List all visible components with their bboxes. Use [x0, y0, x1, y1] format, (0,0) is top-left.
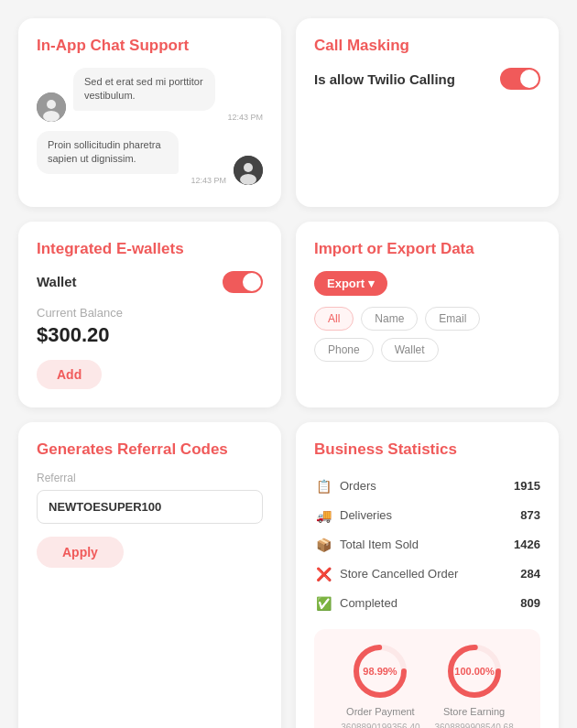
donut-chart: 98.99%	[351, 642, 409, 701]
chart-label: Order Payment	[346, 706, 415, 717]
svg-text:98.99%: 98.99%	[364, 666, 398, 677]
stat-icon: 📦	[314, 536, 332, 554]
referral-title: Generates Referral Codes	[37, 440, 263, 459]
stat-row: 📋 Orders 1915	[314, 472, 540, 501]
chat-support-card: In-App Chat Support Sed et erat sed mi p…	[18, 18, 281, 207]
stat-left: 📋 Orders	[314, 477, 376, 495]
stat-label: Orders	[340, 479, 376, 493]
stat-value: 873	[520, 508, 540, 522]
export-button[interactable]: Export ▾	[314, 271, 387, 296]
stat-label: Completed	[340, 596, 397, 610]
chart-item: 100.00% Store Earning 3608899908540.68	[435, 642, 514, 728]
filter-tags: All Name Email Phone Wallet	[314, 307, 540, 362]
stat-left: 📦 Total Item Sold	[314, 536, 419, 554]
add-button[interactable]: Add	[37, 360, 102, 389]
chat-message-1: Sed et erat sed mi porttitor vestibulum.…	[37, 68, 263, 122]
import-export-title: Import or Export Data	[314, 240, 540, 258]
chat-message-2: Proin sollicitudin pharetra sapien ut di…	[37, 131, 263, 185]
filter-tag-phone[interactable]: Phone	[314, 338, 374, 362]
referral-label: Referral	[37, 472, 263, 484]
stat-icon: ✅	[314, 594, 332, 613]
chart-item: 98.99% Order Payment 3608890199356.40	[341, 642, 419, 728]
stat-value: 809	[520, 596, 540, 610]
call-masking-toggle[interactable]	[500, 68, 540, 90]
svg-point-4	[244, 163, 253, 172]
stat-left: ✅ Completed	[314, 594, 397, 613]
filter-tag-name[interactable]: Name	[361, 307, 418, 331]
import-export-card: Import or Export Data Export ▾ All Name …	[296, 222, 559, 407]
avatar-right	[234, 156, 263, 185]
balance-amount: $300.20	[37, 323, 263, 347]
stat-row: ❌ Store Cancelled Order 284	[314, 560, 540, 589]
call-masking-card: Call Masking Is allow Twilio Calling	[296, 18, 559, 207]
chat-title: In-App Chat Support	[37, 37, 263, 55]
chat-bubble-text-1: Sed et erat sed mi porttitor vestibulum.	[73, 68, 215, 111]
stat-label: Total Item Sold	[340, 538, 419, 551]
chart-value: 3608890199356.40	[341, 723, 419, 728]
svg-text:100.00%: 100.00%	[454, 666, 495, 677]
stat-label: Store Cancelled Order	[340, 567, 458, 581]
wallet-label: Wallet	[37, 274, 77, 289]
business-stats-title: Business Statistics	[314, 440, 540, 459]
chat-time-1: 12:43 PM	[73, 113, 263, 122]
referral-input[interactable]	[37, 490, 263, 524]
svg-point-2	[43, 111, 60, 122]
stat-left: ❌ Store Cancelled Order	[314, 565, 458, 583]
stat-icon: 📋	[314, 477, 332, 495]
stat-left: 🚚 Deliveries	[314, 506, 392, 525]
business-stats-card: Business Statistics 📋 Orders 1915 🚚 Deli…	[296, 422, 559, 728]
filter-tag-email[interactable]: Email	[425, 307, 480, 331]
export-label: Export	[327, 277, 365, 290]
call-masking-toggle-row: Is allow Twilio Calling	[314, 68, 540, 90]
donut-chart: 100.00%	[445, 642, 504, 701]
stat-value: 1915	[514, 479, 540, 493]
avatar-left	[37, 92, 66, 122]
call-masking-title: Call Masking	[314, 37, 540, 55]
filter-tag-wallet[interactable]: Wallet	[381, 338, 439, 362]
charts-row: 98.99% Order Payment 3608890199356.40 10…	[314, 629, 540, 728]
balance-label: Current Balance	[37, 306, 263, 320]
filter-tag-all[interactable]: All	[314, 307, 354, 331]
ewallets-title: Integrated E-wallets	[37, 240, 263, 258]
chart-value: 3608899908540.68	[435, 723, 514, 728]
referral-card: Generates Referral Codes Referral Apply	[18, 422, 281, 728]
stat-row: 🚚 Deliveries 873	[314, 501, 540, 530]
call-masking-label: Is allow Twilio Calling	[314, 71, 455, 87]
wallet-toggle[interactable]	[223, 271, 263, 293]
stats-list: 📋 Orders 1915 🚚 Deliveries 873 📦 Total I…	[314, 472, 540, 618]
chat-time-2: 12:43 PM	[37, 176, 226, 185]
stat-row: ✅ Completed 809	[314, 589, 540, 618]
stat-icon: 🚚	[314, 506, 332, 525]
svg-point-1	[47, 100, 56, 109]
stat-value: 284	[520, 567, 540, 581]
chat-bubble-text-2: Proin sollicitudin pharetra sapien ut di…	[37, 131, 179, 174]
svg-point-5	[240, 174, 256, 185]
stat-label: Deliveries	[340, 508, 392, 522]
stat-value: 1426	[514, 538, 540, 551]
stat-icon: ❌	[314, 565, 332, 583]
wallet-toggle-row: Wallet	[37, 271, 263, 293]
export-dropdown-icon: ▾	[368, 277, 375, 290]
ewallets-card: Integrated E-wallets Wallet Current Bala…	[18, 222, 281, 407]
stat-row: 📦 Total Item Sold 1426	[314, 530, 540, 560]
apply-button[interactable]: Apply	[37, 537, 124, 568]
chart-label: Store Earning	[443, 706, 505, 717]
